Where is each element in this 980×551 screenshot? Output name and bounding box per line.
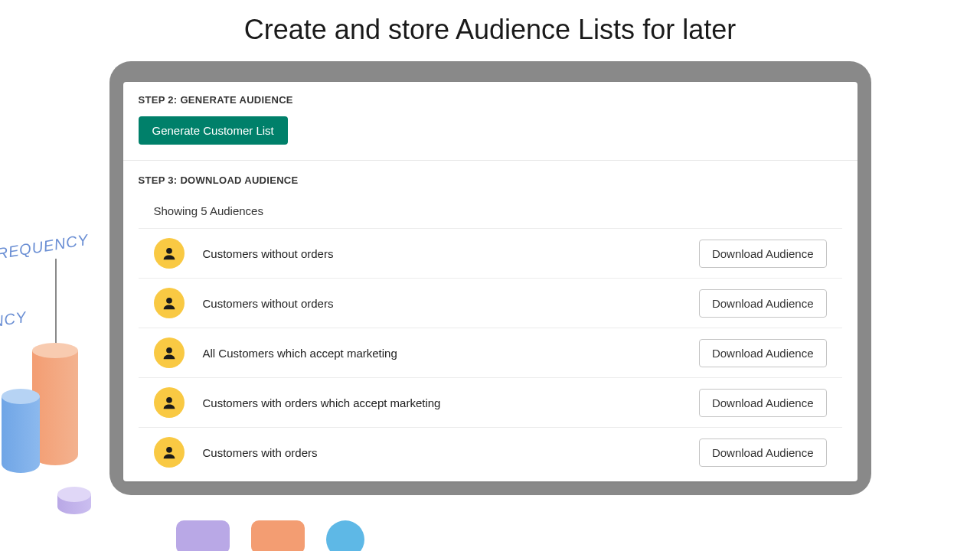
svg-point-0 [166, 248, 172, 254]
bg-bottom-blobs [176, 520, 364, 551]
bg-frequency-label-partial: NCY [0, 308, 28, 331]
generate-customer-list-button[interactable]: Generate Customer List [139, 116, 288, 145]
audience-name: Customers without orders [203, 247, 334, 260]
step-2-label: STEP 2: GENERATE AUDIENCE [139, 94, 842, 106]
download-audience-button[interactable]: Download Audience [699, 389, 827, 417]
audience-name: All Customers which accept marketing [203, 347, 397, 360]
list-item: Customers with orders which accept marke… [139, 377, 842, 427]
list-item: Customers without ordersDownload Audienc… [139, 278, 842, 328]
app-window-frame: STEP 2: GENERATE AUDIENCE Generate Custo… [109, 61, 871, 495]
person-icon [154, 288, 185, 318]
person-icon [154, 337, 185, 368]
step-2-section: STEP 2: GENERATE AUDIENCE Generate Custo… [123, 82, 858, 161]
list-item: Customers without ordersDownload Audienc… [139, 228, 842, 278]
showing-count: Showing 5 Audiences [139, 197, 842, 228]
audience-list: Customers without ordersDownload Audienc… [139, 228, 842, 477]
download-audience-button[interactable]: Download Audience [699, 339, 827, 367]
list-item: All Customers which accept marketingDown… [139, 328, 842, 377]
person-icon [154, 437, 185, 468]
svg-point-4 [166, 447, 172, 453]
step-3-section: STEP 3: DOWNLOAD AUDIENCE Showing 5 Audi… [123, 161, 858, 481]
audience-name: Customers with orders [203, 446, 318, 459]
download-audience-button[interactable]: Download Audience [699, 289, 827, 318]
bg-stick [55, 259, 57, 350]
download-audience-button[interactable]: Download Audience [699, 439, 827, 467]
download-audience-button[interactable]: Download Audience [699, 240, 827, 268]
list-item: Customers with ordersDownload Audience [139, 427, 842, 477]
svg-point-3 [166, 397, 172, 403]
page-title: Create and store Audience Lists for late… [0, 14, 980, 46]
person-icon [154, 238, 185, 269]
bg-frequency-label: FREQUENCY [0, 231, 90, 265]
audience-name: Customers without orders [203, 297, 334, 310]
bg-cylinder-purple [57, 487, 91, 522]
audience-name: Customers with orders which accept marke… [203, 396, 441, 409]
person-icon [154, 387, 185, 418]
step-3-label: STEP 3: DOWNLOAD AUDIENCE [139, 174, 842, 186]
audience-card: STEP 2: GENERATE AUDIENCE Generate Custo… [123, 82, 858, 481]
svg-point-1 [166, 298, 172, 304]
svg-point-2 [166, 347, 172, 354]
bg-cylinder-blue [2, 389, 40, 481]
